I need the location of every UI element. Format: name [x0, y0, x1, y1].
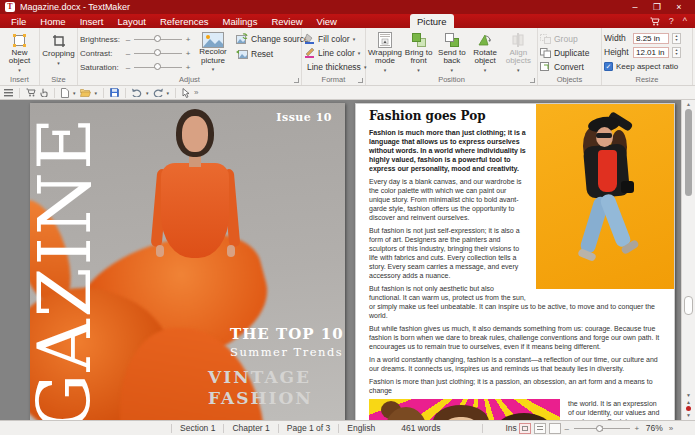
- status-language[interactable]: English: [347, 423, 375, 433]
- new-document-icon[interactable]: [61, 88, 69, 98]
- ribbon-group-resize: Width ▲ ▼ Height ▲ ▼ ✓: [602, 28, 693, 85]
- status-section[interactable]: Section 1: [180, 423, 215, 433]
- chevron-down-icon: ▾: [212, 65, 215, 74]
- height-stepper[interactable]: ▲ ▼: [672, 47, 681, 58]
- status-chapter[interactable]: Chapter 1: [232, 423, 269, 433]
- close-button[interactable]: ×: [668, 0, 690, 14]
- document-canvas[interactable]: MAGAZINE Issue 10 THE TOP 10 Summer Tren…: [0, 100, 695, 420]
- reset-picture-button[interactable]: Reset: [236, 47, 309, 60]
- photo-pop-art[interactable]: [369, 399, 560, 420]
- saturation-slider[interactable]: Saturation: – +: [80, 60, 192, 74]
- browse-previous-icon[interactable]: ▲: [686, 399, 691, 405]
- cart-icon[interactable]: [650, 17, 660, 26]
- help-icon[interactable]: ?: [669, 14, 674, 28]
- page-magazine-cover[interactable]: MAGAZINE Issue 10 THE TOP 10 Summer Tren…: [30, 103, 345, 420]
- touch-mode-icon[interactable]: [40, 88, 48, 97]
- scroll-down-arrow-icon[interactable]: ▼: [686, 392, 691, 398]
- status-overflow-icon[interactable]: »: [669, 424, 673, 433]
- brightness-slider[interactable]: Brightness: – +: [80, 32, 192, 46]
- article-closing-wrap[interactable]: the world. It is an expression of our id…: [568, 399, 662, 420]
- rotate-object-button[interactable]: Rotate object ▾: [469, 30, 502, 74]
- quick-access-toolbar: ▾ ▾ ▾ ▾ »: [0, 86, 695, 100]
- fill-color-button[interactable]: Fill color ▾: [304, 32, 363, 45]
- browse-target-icon[interactable]: [686, 406, 691, 411]
- view-fullscreen-button[interactable]: [549, 423, 561, 434]
- maximize-button[interactable]: ❐: [646, 0, 668, 14]
- height-input[interactable]: [633, 47, 669, 58]
- status-word-count[interactable]: 461 words: [401, 423, 440, 433]
- browse-next-icon[interactable]: ▼: [686, 412, 691, 418]
- cropping-icon: [52, 32, 66, 50]
- saturation-thumb[interactable]: [154, 63, 161, 70]
- format-dialog-launcher[interactable]: [358, 78, 363, 83]
- wrapping-mode-icon: [377, 32, 393, 49]
- keep-aspect-checkbox[interactable]: ✓: [604, 62, 613, 71]
- line-color-button[interactable]: Line color ▾: [304, 46, 363, 59]
- group-objects-icon: [540, 34, 551, 44]
- cover-teaser-block: VINTAGE FASHION: [208, 367, 313, 409]
- bring-to-front-button[interactable]: Bring to front ▾: [402, 30, 435, 74]
- cart-icon[interactable]: [26, 88, 36, 97]
- width-input[interactable]: [633, 33, 669, 44]
- scrollbar-thumb[interactable]: [685, 109, 692, 196]
- photo-jumping-girl[interactable]: [536, 104, 674, 289]
- tab-review[interactable]: Review: [264, 14, 309, 28]
- article-paragraph[interactable]: But while fashion gives us much, it also…: [369, 324, 662, 351]
- change-source-button[interactable]: Change source: [236, 32, 309, 45]
- undo-icon[interactable]: [132, 88, 142, 97]
- status-insert-mode[interactable]: Ins: [505, 423, 516, 433]
- width-stepper[interactable]: ▲ ▼: [672, 33, 681, 44]
- tab-insert[interactable]: Insert: [73, 14, 111, 28]
- tab-mailings[interactable]: Mailings: [216, 14, 265, 28]
- view-continuous-button[interactable]: [534, 423, 546, 434]
- article-paragraph[interactable]: In a world constantly changing, fashion …: [369, 355, 662, 373]
- toolbar-overflow-icon[interactable]: »: [194, 88, 198, 97]
- chevron-down-icon: ▾: [517, 66, 520, 75]
- brightness-thumb[interactable]: [154, 35, 161, 42]
- cover-masthead: MAGAZINE: [30, 103, 100, 420]
- duplicate-button[interactable]: Duplicate: [540, 46, 599, 59]
- open-folder-icon[interactable]: [80, 88, 91, 97]
- zoom-in-button[interactable]: +: [633, 424, 641, 433]
- save-icon[interactable]: [110, 88, 119, 97]
- line-thickness-button[interactable]: Line thickness ▾: [304, 60, 363, 73]
- zoom-level[interactable]: 76%: [646, 423, 663, 433]
- recolor-picture-button[interactable]: Recolor picture ▾: [192, 32, 234, 74]
- contrast-slider[interactable]: Contrast: – +: [80, 46, 192, 60]
- adjust-dialog-launcher[interactable]: [294, 78, 299, 83]
- split-view-handle[interactable]: [684, 296, 693, 315]
- group-objects-button[interactable]: Group: [540, 32, 599, 45]
- new-object-button[interactable]: New object ▾: [2, 30, 37, 74]
- article-closing-lead[interactable]: Fashion is more than just clothing; it i…: [369, 377, 662, 395]
- sidebar-toggle-icon[interactable]: [4, 89, 13, 97]
- send-to-back-button[interactable]: Send to back ▾: [435, 30, 468, 74]
- align-objects-button[interactable]: Align objects ▾: [502, 30, 535, 74]
- scroll-up-arrow-icon[interactable]: ▲: [682, 101, 695, 107]
- change-source-icon: [236, 33, 248, 44]
- tab-layout[interactable]: Layout: [110, 14, 153, 28]
- vertical-scrollbar[interactable]: ▲ ▼ ▲ ▼: [681, 100, 695, 420]
- tab-picture-active[interactable]: Picture: [410, 14, 454, 28]
- contrast-thumb[interactable]: [154, 49, 161, 56]
- zoom-slider[interactable]: [574, 424, 630, 433]
- zoom-slider-thumb[interactable]: [596, 425, 603, 432]
- wrapping-mode-button[interactable]: Wrapping mode ▾: [368, 30, 402, 74]
- tab-references[interactable]: References: [153, 14, 216, 28]
- redo-icon[interactable]: [153, 88, 163, 97]
- ribbon-group-objects: Group Duplicate Convert Ob: [538, 28, 602, 85]
- article-paragraph[interactable]: But fashion is not only aesthetic but al…: [369, 284, 662, 320]
- pointer-icon[interactable]: [182, 88, 190, 98]
- page-article[interactable]: Fashion goes Pop Fashion is much more th…: [355, 103, 675, 420]
- tab-view[interactable]: View: [310, 14, 344, 28]
- position-dialog-launcher[interactable]: [530, 78, 535, 83]
- collapse-ribbon-icon[interactable]: ^: [683, 14, 687, 28]
- minimize-button[interactable]: –: [624, 0, 646, 14]
- convert-button[interactable]: Convert: [540, 60, 599, 73]
- zoom-out-button[interactable]: –: [563, 424, 571, 433]
- group-label-insert: Insert: [0, 75, 39, 84]
- tab-file[interactable]: File: [4, 14, 33, 28]
- view-page-layout-button[interactable]: [519, 423, 531, 434]
- status-page[interactable]: Page 1 of 3: [287, 423, 330, 433]
- cropping-button[interactable]: Cropping ▾: [42, 30, 75, 74]
- tab-home[interactable]: Home: [33, 14, 72, 28]
